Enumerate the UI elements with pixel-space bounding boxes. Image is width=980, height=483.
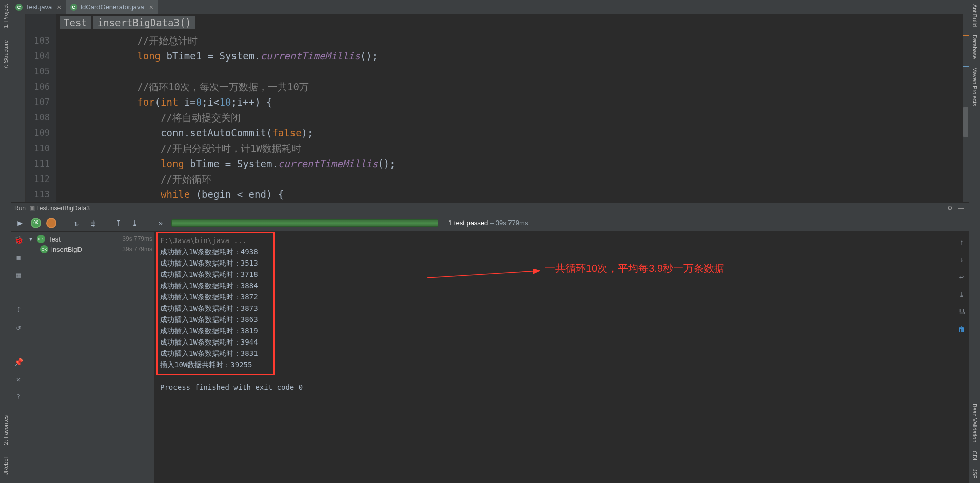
expand-icon[interactable]: ⤓ xyxy=(129,217,141,229)
tab-test-java[interactable]: C Test.java × xyxy=(11,0,66,14)
console-line: 成功插入1W条数据耗时：3831 xyxy=(160,348,969,359)
tool-favorites[interactable]: 2: Favorites xyxy=(3,411,9,449)
tree-node-label: Test xyxy=(48,235,119,243)
tool-maven[interactable]: Maven Projects xyxy=(972,63,978,110)
test-tree: ▼ OK Test 39s 779ms OK insertBigD 39s 77… xyxy=(26,232,155,483)
console-line: 成功插入1W条数据耗时：4938 xyxy=(160,246,969,257)
editor: 103104105 106107108 109110111 112113 Tes… xyxy=(11,14,969,202)
tree-test-node[interactable]: OK insertBigD 39s 779ms xyxy=(26,244,154,254)
trash-icon[interactable]: 🗑 xyxy=(956,324,967,334)
tool-jsf[interactable]: JSF xyxy=(972,465,978,483)
up-icon[interactable]: ↑ xyxy=(956,237,967,247)
tree-root[interactable]: ▼ OK Test 39s 779ms xyxy=(26,234,154,244)
run-toolbar: ▶ OK ⇅ ⇶ ⤒ ⤓ » 1 test passed – 39s 779ms xyxy=(11,214,969,232)
tool-cdi[interactable]: CDI xyxy=(972,447,978,465)
console-line: F:\Java\bin\java ... xyxy=(160,235,969,246)
test-summary: 1 test passed – 39s 779ms xyxy=(448,219,528,227)
print-icon[interactable]: 🖶 xyxy=(956,307,967,317)
console-line: 成功插入1W条数据耗时：3873 xyxy=(160,303,969,314)
run-tool-header: Run ▣ Test.insertBigData3 ⚙ ― xyxy=(11,202,969,214)
close-icon[interactable]: × xyxy=(57,3,61,11)
svg-line-0 xyxy=(427,271,540,278)
debug-icon[interactable]: 🐞 xyxy=(13,235,24,245)
more-icon[interactable]: » xyxy=(155,217,166,229)
class-icon: C xyxy=(70,4,77,11)
console-line: 成功插入1W条数据耗时：3863 xyxy=(160,314,969,325)
console-line: 插入10W数据共耗时：39255 xyxy=(160,359,969,370)
console-output[interactable]: F:\Java\bin\java ... 成功插入1W条数据耗时：4938 成功… xyxy=(155,232,969,483)
code-area[interactable]: Test insertBigData3() //开始总计时 long bTime… xyxy=(56,14,969,202)
run-action-strip: 🐞 ◼ ▦ ⤴ ↺ 📌 ✕ ? xyxy=(11,232,26,483)
tool-project[interactable]: 1: Project xyxy=(3,0,9,32)
down-icon[interactable]: ↓ xyxy=(956,254,967,265)
tab-idcardgenerator-java[interactable]: C IdCardGenerator.java × xyxy=(66,0,158,14)
history-icon[interactable]: ↺ xyxy=(13,322,24,332)
tool-structure[interactable]: 7: Structure xyxy=(3,36,9,73)
close-icon[interactable]: × xyxy=(149,3,153,11)
tool-bean[interactable]: Bean Validation xyxy=(972,399,978,447)
tree-node-time: 39s 779ms xyxy=(122,235,152,243)
left-tool-strip: 1: Project 7: Structure 2: Favorites JRe… xyxy=(0,0,11,483)
editor-scrollbar[interactable] xyxy=(963,14,969,202)
class-icon: C xyxy=(15,4,23,11)
right-tool-strip: Ant Build Database Maven Projects Bean V… xyxy=(969,0,980,483)
console-action-strip: ↑ ↓ ↩ ⤓ 🖶 🗑 xyxy=(956,237,967,334)
console-line: 成功插入1W条数据耗时：3872 xyxy=(160,291,969,303)
tool-database[interactable]: Database xyxy=(972,31,978,63)
tests-toggle-icon[interactable] xyxy=(46,218,56,228)
editor-left-margin xyxy=(11,14,26,202)
minimize-icon[interactable]: ― xyxy=(956,204,966,213)
stop-icon[interactable]: ◼ xyxy=(13,252,24,263)
annotation-text: 一共循环10次，平均每3.9秒一万条数据 xyxy=(545,263,724,274)
filter-icon[interactable]: ⇶ xyxy=(87,217,99,229)
tests-ok-icon[interactable]: OK xyxy=(31,218,41,228)
tool-ant[interactable]: Ant Build xyxy=(972,0,978,31)
test-pass-icon: OK xyxy=(40,245,48,253)
test-pass-icon: OK xyxy=(37,235,45,243)
tab-label: IdCardGenerator.java xyxy=(81,3,144,11)
scrollbar-thumb[interactable] xyxy=(963,107,968,137)
help-icon[interactable]: ? xyxy=(13,392,24,402)
sort-icon[interactable]: ⇅ xyxy=(71,217,82,229)
export-icon[interactable]: ⤴ xyxy=(13,305,24,315)
gear-icon[interactable]: ⚙ xyxy=(945,204,954,213)
tree-node-label: insertBigD xyxy=(51,246,119,253)
editor-tabs-bar: C Test.java × C IdCardGenerator.java × xyxy=(11,0,969,14)
line-gutter: 103104105 106107108 109110111 112113 xyxy=(26,14,56,202)
annotation-arrow xyxy=(427,269,545,279)
console-line: 成功插入1W条数据耗时：3819 xyxy=(160,325,969,336)
run-body: 🐞 ◼ ▦ ⤴ ↺ 📌 ✕ ? ▼ OK Test 39s 779ms OK i… xyxy=(11,232,969,483)
breadcrumb-method[interactable]: insertBigData3() xyxy=(93,16,195,29)
console-line: 成功插入1W条数据耗时：3944 xyxy=(160,336,969,348)
soft-wrap-icon[interactable]: ↩ xyxy=(956,272,967,282)
test-progress xyxy=(171,219,438,227)
breadcrumb-class[interactable]: Test xyxy=(60,16,91,29)
tree-node-time: 39s 779ms xyxy=(122,246,152,253)
collapse-icon[interactable]: ⤒ xyxy=(113,217,124,229)
tool-jrebel[interactable]: JRebel xyxy=(3,453,9,479)
console-exit-line: Process finished with exit code 0 xyxy=(160,381,969,393)
scrollbar-marker xyxy=(963,66,969,67)
pin-icon[interactable]: 📌 xyxy=(13,357,24,367)
scrollbar-marker xyxy=(963,35,969,36)
layout-icon[interactable]: ▦ xyxy=(13,270,24,280)
tab-label: Test.java xyxy=(26,3,52,11)
run-button[interactable]: ▶ xyxy=(14,217,26,229)
close-button[interactable]: ✕ xyxy=(13,374,24,385)
breadcrumb: Test insertBigData3() xyxy=(60,16,195,29)
run-title: Run ▣ Test.insertBigData3 xyxy=(14,205,90,212)
main-area: C Test.java × C IdCardGenerator.java × 1… xyxy=(11,0,969,483)
expand-arrow-icon[interactable]: ▼ xyxy=(28,236,34,242)
console-line: 成功插入1W条数据耗时：3884 xyxy=(160,280,969,291)
scroll-end-icon[interactable]: ⤓ xyxy=(956,289,967,299)
